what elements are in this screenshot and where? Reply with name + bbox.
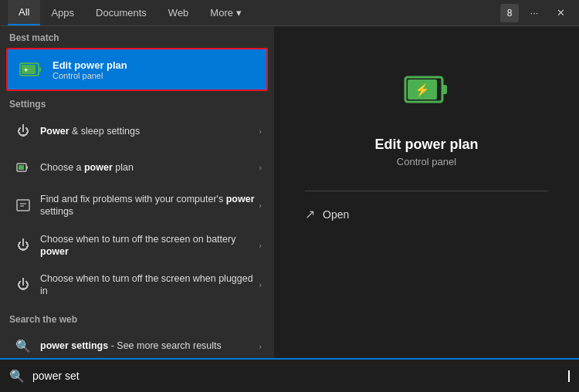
svg-rect-7	[17, 200, 29, 211]
best-match-title: Edit power plan	[52, 59, 127, 71]
web-item-text-1: power settings - See more search results	[40, 340, 259, 352]
right-panel: ⚡ Edit power plan Control panel ↗ Open	[274, 26, 579, 358]
turn-off-battery-text: Choose when to turn off the screen on ba…	[40, 233, 259, 259]
list-item[interactable]: ⏻ Power & sleep settings ›	[3, 113, 271, 149]
tab-apps[interactable]: Apps	[40, 0, 85, 25]
search-web-icon: 🔍	[12, 336, 34, 357]
left-panel: Best match + Edit power plan Control pan…	[0, 26, 274, 358]
best-match-icon: +	[17, 56, 45, 83]
chevron-right-icon: ›	[259, 201, 262, 210]
svg-rect-12	[442, 85, 447, 94]
fix-problems-text: Find and fix problems with your computer…	[40, 193, 259, 218]
tab-web[interactable]: Web	[157, 0, 200, 25]
open-icon: ↗	[305, 207, 315, 221]
svg-text:⚡: ⚡	[415, 83, 430, 97]
choose-plan-icon	[12, 157, 34, 178]
close-button[interactable]: ✕	[550, 2, 571, 24]
more-options-button[interactable]: ···	[523, 2, 545, 24]
search-input[interactable]	[32, 370, 560, 382]
text-cursor	[568, 370, 570, 382]
hero-divider	[305, 191, 548, 191]
web-search-label: Search the web	[0, 308, 274, 328]
main-content: Best match + Edit power plan Control pan…	[0, 26, 579, 358]
nav-actions: 8 ··· ✕	[500, 2, 571, 24]
best-match-text: Edit power plan Control panel	[52, 59, 127, 80]
best-match-subtitle: Control panel	[52, 71, 127, 80]
battery-icon: +	[19, 57, 43, 82]
hero-title: Edit power plan	[374, 137, 478, 153]
tab-more[interactable]: More ▾	[199, 0, 252, 25]
fix-problems-icon	[12, 194, 34, 216]
top-nav: All Apps Documents Web More ▾ 8 ··· ✕	[0, 0, 579, 26]
list-item[interactable]: Find and fix problems with your computer…	[3, 186, 271, 225]
list-item[interactable]: ⏻ Choose when to turn off the screen whe…	[3, 265, 271, 305]
list-item[interactable]: 🔍 power settings - See more search resul…	[3, 329, 271, 359]
turn-off-plugged-icon: ⏻	[12, 274, 34, 296]
hero-battery-icon: ⚡	[402, 65, 452, 124]
tab-all[interactable]: All	[8, 0, 40, 25]
open-action[interactable]: ↗ Open	[305, 199, 548, 229]
turn-off-plugged-text: Choose when to turn off the screen when …	[40, 272, 259, 298]
tab-documents[interactable]: Documents	[85, 0, 157, 25]
best-match-item[interactable]: + Edit power plan Control panel	[6, 48, 268, 91]
left-panel-scroll[interactable]: Best match + Edit power plan Control pan…	[0, 26, 274, 358]
hero-section: ⚡ Edit power plan Control panel ↗ Open	[290, 42, 564, 245]
choose-plan-text: Choose a power plan	[40, 161, 259, 174]
list-item[interactable]: Choose a power plan ›	[3, 150, 271, 185]
open-label: Open	[323, 208, 349, 221]
settings-label: Settings	[0, 93, 274, 113]
power-sleep-text: Power & sleep settings	[40, 125, 259, 137]
chevron-right-icon: ›	[259, 241, 262, 250]
search-icon: 🔍	[9, 369, 25, 384]
svg-text:+: +	[24, 66, 28, 74]
svg-rect-6	[26, 166, 28, 169]
search-bar: 🔍	[0, 358, 579, 392]
turn-off-battery-icon: ⏻	[12, 235, 34, 256]
notification-badge[interactable]: 8	[500, 4, 519, 22]
chevron-right-icon: ›	[259, 127, 262, 136]
hero-subtitle: Control panel	[397, 156, 456, 167]
chevron-right-icon: ›	[259, 163, 262, 172]
svg-rect-2	[39, 67, 41, 72]
chevron-right-icon: ›	[259, 280, 262, 289]
power-sleep-icon: ⏻	[12, 120, 34, 142]
list-item[interactable]: ⏻ Choose when to turn off the screen on …	[3, 226, 271, 265]
best-match-label: Best match	[0, 26, 274, 46]
chevron-right-icon: ›	[259, 342, 262, 351]
svg-rect-5	[19, 165, 24, 170]
